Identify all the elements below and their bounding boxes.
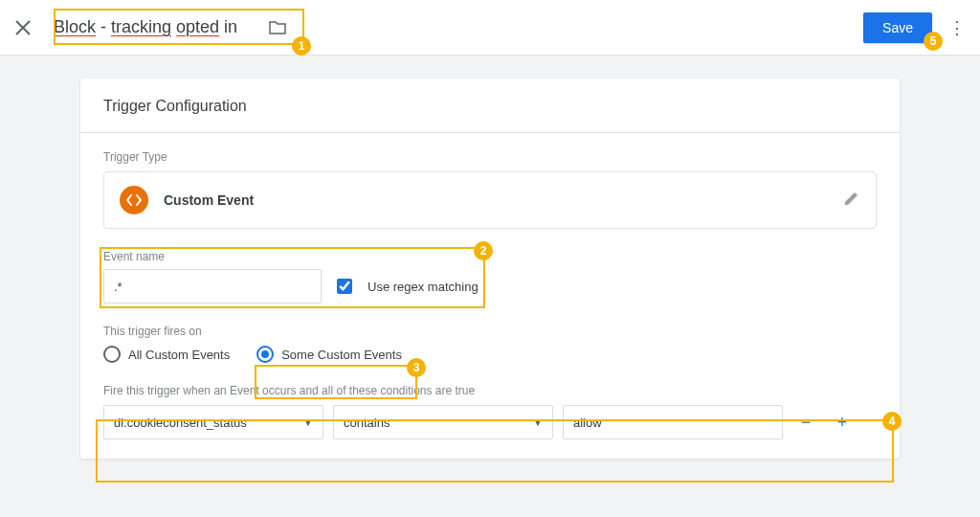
- more-menu-icon[interactable]: ⋮: [946, 17, 969, 38]
- chevron-down-icon: ▼: [533, 417, 543, 428]
- save-button[interactable]: Save: [863, 12, 932, 43]
- regex-checkbox-label: Use regex matching: [368, 280, 479, 294]
- radio-all-events[interactable]: All Custom Events: [103, 346, 230, 363]
- edit-trigger-type-icon[interactable]: [843, 190, 860, 211]
- chevron-down-icon: ▼: [303, 417, 313, 428]
- trigger-name-input[interactable]: Block - tracking opted in: [52, 13, 262, 41]
- radio-all-label: All Custom Events: [128, 348, 230, 362]
- custom-event-icon: [120, 186, 148, 214]
- condition-operator-select[interactable]: contains ▼: [333, 405, 553, 439]
- top-bar: Block - tracking opted in Save ⋮: [0, 0, 980, 56]
- radio-off-icon: [103, 346, 121, 363]
- trigger-config-card: Trigger Configuration Trigger Type Custo…: [80, 79, 900, 459]
- radio-some-label: Some Custom Events: [281, 348, 402, 362]
- remove-condition-button[interactable]: −: [792, 413, 819, 433]
- trigger-type-name: Custom Event: [164, 192, 843, 208]
- card-title: Trigger Configuration: [80, 79, 900, 133]
- condition-variable-select[interactable]: dl.cookieconsent_status ▼: [103, 405, 323, 439]
- condition-value-input[interactable]: [563, 405, 783, 439]
- event-name-input[interactable]: [103, 269, 322, 303]
- condition-variable-value: dl.cookieconsent_status: [114, 416, 247, 430]
- folder-icon[interactable]: [268, 20, 287, 35]
- fires-on-radio-group: All Custom Events Some Custom Events: [103, 346, 877, 363]
- fires-on-label: This trigger fires on: [103, 325, 877, 338]
- condition-row: dl.cookieconsent_status ▼ contains ▼ − +: [103, 405, 877, 439]
- event-name-label: Event name: [103, 250, 877, 263]
- close-icon[interactable]: [11, 16, 34, 39]
- trigger-type-row[interactable]: Custom Event: [103, 171, 877, 229]
- trigger-type-label: Trigger Type: [103, 150, 877, 164]
- event-name-row: Use regex matching: [103, 269, 877, 303]
- conditions-label: Fire this trigger when an Event occurs a…: [103, 384, 877, 397]
- add-condition-button[interactable]: +: [829, 413, 856, 433]
- radio-some-events[interactable]: Some Custom Events: [256, 346, 402, 363]
- condition-operator-value: contains: [344, 416, 390, 430]
- regex-checkbox[interactable]: [337, 279, 352, 294]
- radio-on-icon: [256, 346, 274, 363]
